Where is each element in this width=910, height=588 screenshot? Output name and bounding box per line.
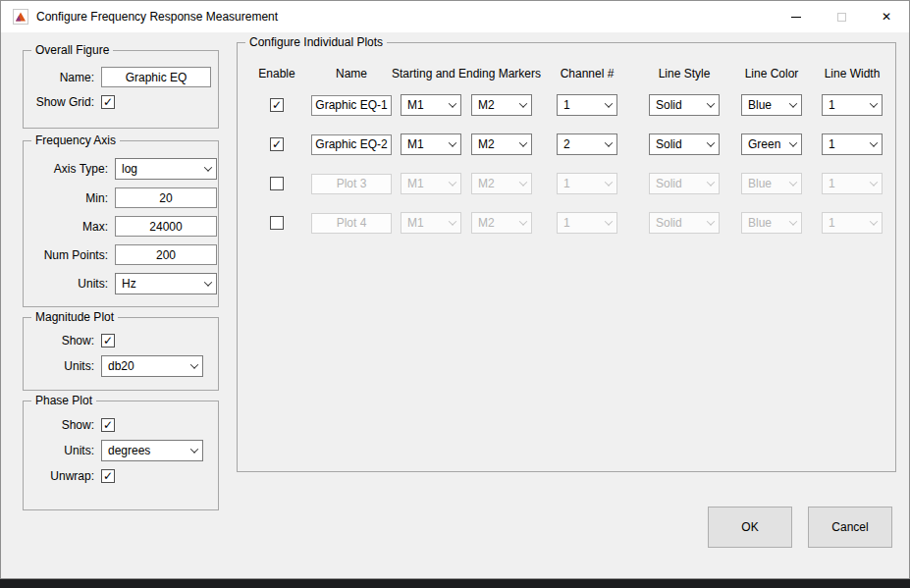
- plot-row: ✓ M1 M2 2 Solid Green 1: [238, 134, 895, 155]
- num-points-input[interactable]: [115, 244, 217, 265]
- frequency-axis-group: Frequency Axis Axis Type: log Min: Max: …: [23, 140, 219, 307]
- maximize-icon: [837, 13, 846, 22]
- plot-row: ✓ M1 M2 1 Solid Blue 1: [238, 212, 895, 234]
- chevron-down-icon: [702, 213, 719, 233]
- phase-plot-legend: Phase Plot: [31, 394, 96, 407]
- header-line-width: Line Width: [825, 67, 881, 80]
- freq-units-label: Units:: [31, 277, 108, 291]
- line-width-select[interactable]: 1: [822, 212, 883, 234]
- end-marker-select[interactable]: M2: [471, 173, 532, 194]
- num-points-label: Num Points:: [31, 248, 108, 262]
- min-input[interactable]: [115, 187, 217, 208]
- line-color-select[interactable]: Blue: [741, 212, 802, 234]
- enable-checkbox[interactable]: ✓: [270, 177, 284, 190]
- cancel-button[interactable]: Cancel: [808, 507, 892, 548]
- ok-button[interactable]: OK: [708, 507, 792, 548]
- chevron-down-icon: [784, 174, 801, 193]
- chevron-down-icon: [444, 174, 460, 193]
- line-width-value: 1: [823, 177, 865, 190]
- start-marker-select[interactable]: M1: [401, 173, 461, 194]
- chevron-down-icon: [865, 213, 882, 233]
- channel-select[interactable]: 1: [557, 212, 617, 234]
- maximize-button[interactable]: [819, 1, 864, 32]
- line-style-select[interactable]: Solid: [649, 173, 720, 194]
- plot-name-input[interactable]: [311, 134, 392, 155]
- chevron-down-icon: [444, 95, 460, 115]
- phase-show-label: Show:: [31, 418, 94, 432]
- enable-checkbox[interactable]: ✓: [270, 98, 284, 112]
- phase-units-label: Units:: [31, 444, 94, 457]
- chevron-down-icon: [186, 356, 202, 376]
- phase-plot-group: Phase Plot Show: ✓ Units: degrees Unwrap…: [23, 401, 219, 510]
- app-icon: [13, 9, 28, 25]
- plot-row: ✓ M1 M2 1 Solid Blue 1: [238, 173, 895, 194]
- plot-name-input[interactable]: [311, 213, 392, 234]
- line-width-select[interactable]: 1: [822, 134, 883, 155]
- figure-name-input[interactable]: [101, 67, 211, 87]
- line-style-value: Solid: [650, 177, 702, 190]
- end-marker-select[interactable]: M2: [471, 212, 532, 234]
- titlebar[interactable]: Configure Frequency Response Measurement…: [1, 1, 909, 32]
- axis-type-select[interactable]: log: [115, 158, 217, 180]
- end-marker-select[interactable]: M2: [471, 134, 532, 155]
- line-style-select[interactable]: Solid: [649, 134, 720, 155]
- phase-show-checkbox[interactable]: ✓: [101, 418, 115, 432]
- line-color-select[interactable]: Green: [741, 134, 802, 155]
- channel-select[interactable]: 1: [557, 94, 617, 116]
- close-button[interactable]: ✕: [864, 1, 909, 32]
- freq-units-select[interactable]: Hz: [115, 273, 217, 294]
- markers-cell: M1 M2: [401, 212, 532, 234]
- markers-cell: M1 M2: [401, 94, 532, 116]
- window-controls: ✕: [774, 1, 909, 32]
- header-markers: Starting and Ending Markers: [392, 67, 541, 80]
- overall-figure-legend: Overall Figure: [31, 43, 113, 57]
- unwrap-checkbox[interactable]: ✓: [101, 469, 115, 483]
- chevron-down-icon: [186, 441, 202, 460]
- phase-units-select[interactable]: degrees: [101, 440, 203, 461]
- line-style-select[interactable]: Solid: [649, 212, 720, 234]
- enable-checkbox[interactable]: ✓: [270, 216, 284, 230]
- start-marker-select[interactable]: M1: [401, 94, 461, 116]
- chevron-down-icon: [514, 213, 531, 233]
- end-marker-select[interactable]: M2: [471, 94, 532, 116]
- line-style-select[interactable]: Solid: [649, 94, 720, 116]
- plot-name-input[interactable]: [311, 174, 392, 194]
- chevron-down-icon: [600, 174, 616, 193]
- plots-table-header: Enable Name Starting and Ending Markers …: [238, 67, 895, 80]
- magnitude-units-select[interactable]: db20: [101, 355, 203, 377]
- enable-checkbox[interactable]: ✓: [270, 137, 284, 151]
- chevron-down-icon: [600, 213, 616, 233]
- start-marker-select[interactable]: M1: [401, 134, 461, 155]
- max-input[interactable]: [115, 216, 217, 237]
- chevron-down-icon: [784, 95, 801, 115]
- start-marker-select[interactable]: M1: [401, 212, 461, 234]
- axis-type-value: log: [116, 162, 199, 176]
- channel-value: 1: [558, 98, 600, 112]
- channel-select[interactable]: 2: [557, 134, 617, 155]
- show-grid-checkbox[interactable]: ✓: [101, 95, 115, 109]
- chevron-down-icon: [702, 134, 719, 154]
- line-width-value: 1: [823, 216, 865, 230]
- channel-select[interactable]: 1: [557, 173, 617, 194]
- axis-type-label: Axis Type:: [31, 162, 108, 176]
- line-width-value: 1: [823, 137, 865, 151]
- cancel-button-label: Cancel: [831, 520, 868, 534]
- checkmark-icon: ✓: [272, 99, 282, 111]
- line-color-select[interactable]: Blue: [741, 94, 802, 116]
- magnitude-plot-group: Magnitude Plot Show: ✓ Units: db20: [23, 317, 219, 391]
- chevron-down-icon: [865, 95, 882, 115]
- chevron-down-icon: [865, 174, 882, 193]
- max-label: Max:: [31, 220, 108, 234]
- minimize-button[interactable]: [774, 1, 819, 32]
- line-width-select[interactable]: 1: [822, 173, 883, 194]
- checkmark-icon: ✓: [103, 470, 113, 482]
- line-color-select[interactable]: Blue: [741, 173, 802, 194]
- magnitude-show-checkbox[interactable]: ✓: [101, 334, 115, 347]
- dialog-window: Configure Frequency Response Measurement…: [0, 0, 910, 579]
- chevron-down-icon: [514, 95, 531, 115]
- end-marker-value: M2: [472, 98, 514, 112]
- line-color-value: Green: [742, 137, 784, 151]
- plot-name-input[interactable]: [311, 95, 392, 116]
- chevron-down-icon: [444, 213, 460, 233]
- line-width-select[interactable]: 1: [822, 94, 883, 116]
